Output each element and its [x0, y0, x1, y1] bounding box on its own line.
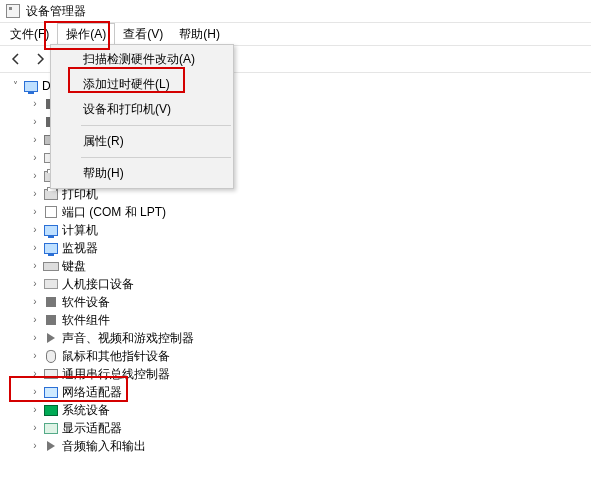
- forward-button[interactable]: [30, 49, 50, 69]
- tree-item[interactable]: ›系统设备: [4, 401, 591, 419]
- tree-item-label: 系统设备: [62, 402, 110, 419]
- tree-item[interactable]: ›显示适配器: [4, 419, 591, 437]
- chevron-right-icon[interactable]: ›: [28, 99, 42, 109]
- tree-item[interactable]: ›计算机: [4, 221, 591, 239]
- sound-icon: [42, 330, 60, 346]
- sound-icon: [42, 438, 60, 454]
- port-icon: [42, 204, 60, 220]
- menu-help-item[interactable]: 帮助(H): [51, 161, 233, 186]
- menu-action-label: 操作(A): [66, 26, 106, 43]
- menu-file-label: 文件(F): [10, 26, 49, 43]
- tree-item[interactable]: ›键盘: [4, 257, 591, 275]
- chevron-right-icon[interactable]: ›: [28, 171, 42, 181]
- tree-item-label: 端口 (COM 和 LPT): [62, 204, 166, 221]
- tree-item[interactable]: ›人机接口设备: [4, 275, 591, 293]
- arrow-right-icon: [33, 52, 47, 66]
- tree-item-label: 键盘: [62, 258, 86, 275]
- menu-separator: [81, 157, 231, 158]
- tree-item-label: 软件组件: [62, 312, 110, 329]
- tree-item-label: 软件设备: [62, 294, 110, 311]
- menu-properties[interactable]: 属性(R): [51, 129, 233, 154]
- tree-item-label: 计算机: [62, 222, 98, 239]
- mouse-icon: [42, 348, 60, 364]
- menu-add-legacy-hardware[interactable]: 添加过时硬件(L): [51, 72, 233, 97]
- tree-item-label: 人机接口设备: [62, 276, 134, 293]
- display-icon: [42, 420, 60, 436]
- tree-item[interactable]: ›音频输入和输出: [4, 437, 591, 455]
- menu-bar: 文件(F) 操作(A) 查看(V) 帮助(H): [0, 23, 591, 45]
- chevron-right-icon[interactable]: ›: [28, 153, 42, 163]
- chevron-right-icon[interactable]: ›: [28, 441, 42, 451]
- chevron-right-icon[interactable]: ›: [28, 333, 42, 343]
- window-title: 设备管理器: [26, 3, 86, 20]
- menu-file[interactable]: 文件(F): [2, 23, 57, 45]
- tree-item-label: 网络适配器: [62, 384, 122, 401]
- tree-item[interactable]: ›软件组件: [4, 311, 591, 329]
- keyboard-icon: [42, 258, 60, 274]
- chevron-right-icon[interactable]: ›: [28, 261, 42, 271]
- chevron-right-icon[interactable]: ›: [28, 189, 42, 199]
- chevron-right-icon[interactable]: ›: [28, 387, 42, 397]
- tree-item[interactable]: ›软件设备: [4, 293, 591, 311]
- tree-item-label: 监视器: [62, 240, 98, 257]
- net-icon: [42, 384, 60, 400]
- tree-item[interactable]: ›端口 (COM 和 LPT): [4, 203, 591, 221]
- chevron-right-icon[interactable]: ›: [28, 369, 42, 379]
- back-button[interactable]: [6, 49, 26, 69]
- menu-item-label: 扫描检测硬件改动(A): [83, 52, 195, 66]
- chevron-right-icon[interactable]: ›: [28, 117, 42, 127]
- menu-scan-hardware[interactable]: 扫描检测硬件改动(A): [51, 47, 233, 72]
- tree-item-label: 通用串行总线控制器: [62, 366, 170, 383]
- menu-devices-printers[interactable]: 设备和打印机(V): [51, 97, 233, 122]
- menu-help-label: 帮助(H): [179, 26, 220, 43]
- chevron-right-icon[interactable]: ›: [28, 225, 42, 235]
- menu-view-label: 查看(V): [123, 26, 163, 43]
- tree-item[interactable]: ›网络适配器: [4, 383, 591, 401]
- usb-icon: [42, 366, 60, 382]
- component-icon: [42, 312, 60, 328]
- sys-icon: [42, 402, 60, 418]
- computer-icon: [22, 78, 40, 94]
- monitor-icon: [42, 222, 60, 238]
- menu-item-label: 属性(R): [83, 134, 124, 148]
- chevron-right-icon[interactable]: ›: [28, 297, 42, 307]
- tree-item[interactable]: ›监视器: [4, 239, 591, 257]
- menu-item-label: 设备和打印机(V): [83, 102, 171, 116]
- chevron-right-icon[interactable]: ›: [28, 243, 42, 253]
- hid-icon: [42, 276, 60, 292]
- menu-item-label: 帮助(H): [83, 166, 124, 180]
- menu-action[interactable]: 操作(A): [57, 23, 115, 45]
- chevron-right-icon[interactable]: ›: [28, 207, 42, 217]
- menu-view[interactable]: 查看(V): [115, 23, 171, 45]
- tree-item-label: 声音、视频和游戏控制器: [62, 330, 194, 347]
- monitor-icon: [42, 240, 60, 256]
- tree-item[interactable]: ›声音、视频和游戏控制器: [4, 329, 591, 347]
- arrow-left-icon: [9, 52, 23, 66]
- chevron-right-icon[interactable]: ›: [28, 405, 42, 415]
- title-bar: 设备管理器: [0, 0, 591, 23]
- tree-item[interactable]: ›鼠标和其他指针设备: [4, 347, 591, 365]
- chevron-right-icon[interactable]: ›: [28, 315, 42, 325]
- action-dropdown: 扫描检测硬件改动(A) 添加过时硬件(L) 设备和打印机(V) 属性(R) 帮助…: [50, 44, 234, 189]
- tree-item-label: 鼠标和其他指针设备: [62, 348, 170, 365]
- expander-icon[interactable]: ˅: [8, 81, 22, 91]
- component-icon: [42, 294, 60, 310]
- chevron-right-icon[interactable]: ›: [28, 135, 42, 145]
- menu-separator: [81, 125, 231, 126]
- tree-item-label: 显示适配器: [62, 420, 122, 437]
- app-icon: [6, 4, 20, 18]
- tree-item[interactable]: ›通用串行总线控制器: [4, 365, 591, 383]
- menu-help[interactable]: 帮助(H): [171, 23, 228, 45]
- chevron-right-icon[interactable]: ›: [28, 279, 42, 289]
- chevron-right-icon[interactable]: ›: [28, 423, 42, 433]
- menu-item-label: 添加过时硬件(L): [83, 77, 170, 91]
- chevron-right-icon[interactable]: ›: [28, 351, 42, 361]
- tree-item-label: 音频输入和输出: [62, 438, 146, 455]
